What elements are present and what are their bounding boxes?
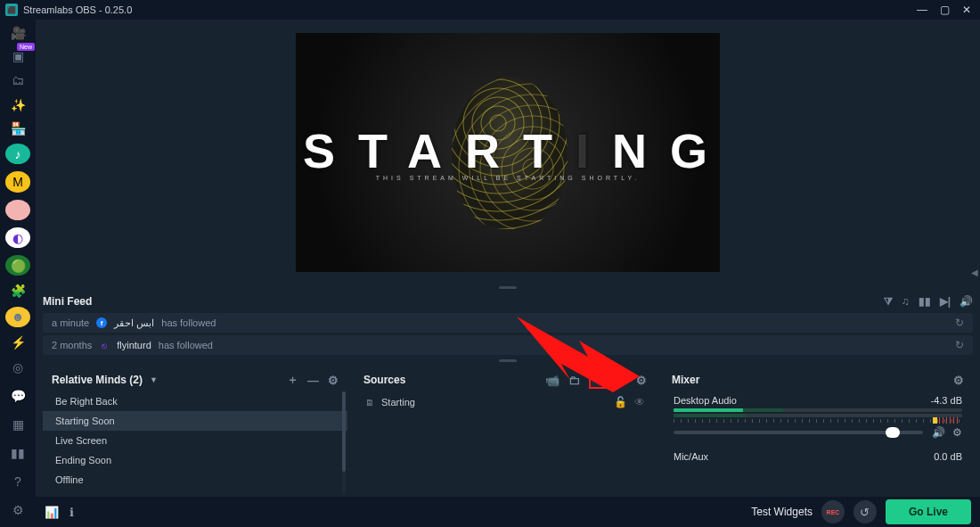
feed-age: 2 months [52,340,92,350]
preview-title: STARTING [303,123,720,178]
feed-age: a minute [52,317,89,328]
footer-bar: 📊 ℹ Test Widgets REC ↺ Go Live [36,497,980,527]
app-pink-icon[interactable] [5,200,30,220]
preview-title-cut: I [576,124,612,177]
feed-volume-icon[interactable]: 🔊 [960,295,973,308]
scenes-panel: Relative Minds (2) ▼ ＋ — ⚙ Be Right Back… [43,368,347,497]
nav2-icon[interactable]: 💬 [8,386,28,406]
collapse-right-icon[interactable]: ◀ [971,268,980,277]
bolt-icon[interactable]: ⚡ [8,334,28,350]
mixer-title: Mixer [672,374,699,386]
feed-action: has followed [161,317,216,328]
store-icon[interactable]: 🏪 [8,120,28,136]
themes-icon[interactable]: 🗂 [8,72,28,88]
channel-mute-icon[interactable]: 🔊 [932,426,945,439]
scene-item[interactable]: Offline [43,470,347,490]
preview-title-left: START [303,124,576,177]
app-yellow-icon[interactable]: M [5,171,30,192]
scene-item[interactable]: Be Right Back [43,391,347,411]
preview-subtitle: THIS STREAM WILL BE STARTING SHORTLY. [376,175,640,181]
channel-settings-icon[interactable]: ⚙ [952,426,962,439]
pause-icon[interactable]: ▮▮ [8,443,28,463]
mini-feed-title: Mini Feed [43,295,92,308]
layouts-icon[interactable]: ▣ [8,48,28,64]
minimize-button[interactable]: — [917,4,927,16]
source-name: Starting [381,397,415,408]
workspace: STARTING THIS STREAM WILL BE STARTING SH… [36,20,980,497]
app-logo: ⬛ [5,4,18,16]
maximize-button[interactable]: ▢ [940,4,950,16]
editor-icon[interactable]: 🎥 [8,25,28,41]
app-title: Streamlabs OBS - 0.25.0 [23,4,132,15]
sources-title: Sources [363,374,405,386]
scene-item[interactable]: Live Screen [43,431,347,450]
settings-icon[interactable]: ⚙ [8,500,28,520]
facebook-icon: f [96,317,107,328]
stats-icon[interactable]: 📊 [45,506,59,519]
volume-slider[interactable] [674,431,923,434]
replay-buffer-button[interactable]: ↺ [853,500,877,523]
channel-db: -4.3 dB [931,395,962,406]
test-widgets-button[interactable]: Test Widgets [751,506,813,518]
feed-user: ابس احقر [114,317,154,329]
scenes-scrollbar[interactable] [342,391,346,493]
app-purple-icon[interactable]: ◐ [5,227,30,248]
app-face-icon[interactable]: ☻ [5,307,30,327]
mixer-channel: Desktop Audio -4.3 dB 🔊 ⚙ [663,391,973,442]
channel-name: Desktop Audio [674,395,737,406]
music-icon[interactable]: ♫ [902,295,910,308]
feed-pause-icon[interactable]: ▮▮ [919,295,931,308]
feed-action: has followed [159,340,213,350]
app-green-icon[interactable]: 🟢 [5,255,30,276]
left-dock: 🎥 ▣ 🗂 ✨ 🏪 ♪ M ◐ 🟢 🧩 ☻ ⚡ ◎ 💬 ▦ ▮▮ ? ⚙ [0,20,36,527]
skip-icon[interactable]: ▶| [940,295,951,308]
file-icon: 🗎 [365,398,374,408]
preview-area[interactable]: STARTING THIS STREAM WILL BE STARTING SH… [36,20,980,284]
channel-name: Mic/Aux [674,451,708,462]
scene-item[interactable]: Ending Soon [43,450,347,470]
close-button[interactable]: ✕ [962,4,971,16]
title-bar: ⬛ Streamlabs OBS - 0.25.0 — ▢ ✕ [0,0,980,20]
twitch-icon: ⎋ [99,340,110,350]
preview-canvas: STARTING THIS STREAM WILL BE STARTING SH… [296,33,720,272]
scenes-title[interactable]: Relative Minds (2) [52,374,143,386]
feed-replay-icon[interactable]: ↻ [955,339,964,351]
go-live-button[interactable]: Go Live [886,499,971,524]
scenes-list: Be Right Back Starting Soon Live Screen … [43,391,347,497]
mixer-settings-icon[interactable]: ⚙ [953,374,964,387]
mixer-panel: Mixer ⚙ Desktop Audio -4.3 dB 🔊 [663,368,973,497]
callout-arrow [490,312,641,401]
nav1-icon[interactable]: ◎ [8,358,28,377]
svg-marker-0 [517,317,640,392]
scene-settings-icon[interactable]: ⚙ [328,374,339,387]
scenes-dropdown-icon[interactable]: ▼ [150,375,158,384]
scene-item[interactable]: Starting Soon [43,411,347,431]
channel-db: 0.0 dB [934,451,962,462]
window-controls: — ▢ ✕ [917,4,975,16]
magic-icon[interactable]: ✨ [8,97,28,113]
help-icon[interactable]: ? [8,472,28,491]
mixer-channel: Mic/Aux 0.0 dB [663,448,973,468]
preview-title-right: NG [612,124,720,177]
puzzle-icon[interactable]: 🧩 [8,283,28,299]
scene-add-icon[interactable]: ＋ [287,372,298,388]
feed-replay-icon[interactable]: ↻ [955,317,964,329]
app-teal-icon[interactable]: ♪ [5,144,30,164]
slider-thumb[interactable] [886,427,900,438]
audio-ticks [674,419,962,423]
feed-user: flyinturd [117,340,151,350]
scene-remove-icon[interactable]: — [307,374,319,387]
audio-meter [674,414,962,417]
dashboard-icon[interactable]: ▦ [8,415,28,434]
record-button[interactable]: REC [821,500,845,523]
filter-icon[interactable]: ⧩ [884,295,893,308]
info-icon[interactable]: ℹ [69,506,74,519]
audio-meter [674,408,962,412]
